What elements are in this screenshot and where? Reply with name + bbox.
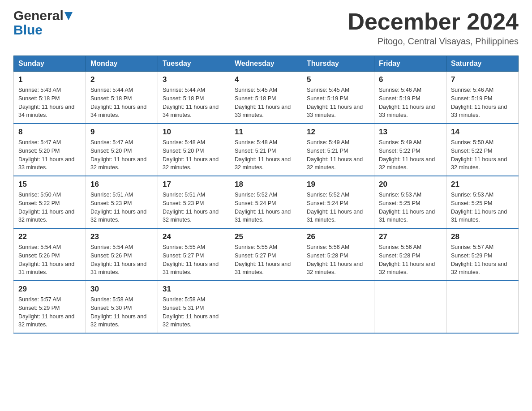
day-info: Sunrise: 5:53 AMSunset: 5:25 PMDaylight:…	[451, 191, 514, 224]
calendar-cell: 22Sunrise: 5:54 AMSunset: 5:26 PMDayligh…	[14, 228, 86, 281]
day-info: Sunrise: 5:43 AMSunset: 5:18 PMDaylight:…	[18, 86, 81, 120]
calendar-cell: 12Sunrise: 5:49 AMSunset: 5:21 PMDayligh…	[302, 124, 374, 176]
day-info: Sunrise: 5:45 AMSunset: 5:18 PMDaylight:…	[235, 86, 297, 120]
header-tuesday: Tuesday	[158, 56, 230, 72]
day-number: 29	[18, 285, 81, 294]
calendar-cell: 7Sunrise: 5:46 AMSunset: 5:19 PMDaylight…	[446, 72, 519, 124]
day-info: Sunrise: 5:51 AMSunset: 5:23 PMDaylight:…	[90, 191, 153, 224]
day-number: 3	[163, 75, 225, 84]
calendar-week-4: 22Sunrise: 5:54 AMSunset: 5:26 PMDayligh…	[14, 228, 519, 281]
calendar-week-5: 29Sunrise: 5:57 AMSunset: 5:29 PMDayligh…	[14, 281, 519, 333]
calendar-cell: 10Sunrise: 5:48 AMSunset: 5:20 PMDayligh…	[158, 124, 230, 176]
day-info: Sunrise: 5:49 AMSunset: 5:22 PMDaylight:…	[379, 138, 442, 172]
logo-arrow-icon	[64, 12, 73, 20]
calendar-cell: 23Sunrise: 5:54 AMSunset: 5:26 PMDayligh…	[86, 228, 158, 281]
calendar-cell: 4Sunrise: 5:45 AMSunset: 5:18 PMDaylight…	[230, 72, 302, 124]
day-info: Sunrise: 5:46 AMSunset: 5:19 PMDaylight:…	[379, 86, 442, 120]
calendar-cell	[230, 281, 302, 333]
day-number: 1	[18, 75, 81, 84]
calendar-cell	[446, 281, 519, 333]
calendar-cell: 6Sunrise: 5:46 AMSunset: 5:19 PMDaylight…	[374, 72, 446, 124]
calendar-cell: 15Sunrise: 5:50 AMSunset: 5:22 PMDayligh…	[14, 176, 86, 228]
day-number: 4	[235, 75, 297, 84]
day-info: Sunrise: 5:57 AMSunset: 5:29 PMDaylight:…	[18, 295, 81, 329]
calendar-cell: 14Sunrise: 5:50 AMSunset: 5:22 PMDayligh…	[446, 124, 519, 176]
day-info: Sunrise: 5:54 AMSunset: 5:26 PMDaylight:…	[18, 243, 81, 277]
calendar-cell: 31Sunrise: 5:58 AMSunset: 5:31 PMDayligh…	[158, 281, 230, 333]
header-wednesday: Wednesday	[230, 56, 302, 72]
day-number: 31	[163, 285, 225, 294]
day-info: Sunrise: 5:47 AMSunset: 5:20 PMDaylight:…	[18, 138, 81, 172]
day-number: 19	[307, 180, 369, 189]
day-number: 15	[18, 180, 81, 189]
calendar-cell: 17Sunrise: 5:51 AMSunset: 5:23 PMDayligh…	[158, 176, 230, 228]
day-number: 7	[451, 75, 514, 84]
day-info: Sunrise: 5:57 AMSunset: 5:29 PMDaylight:…	[451, 243, 514, 277]
calendar-cell: 26Sunrise: 5:56 AMSunset: 5:28 PMDayligh…	[302, 228, 374, 281]
day-info: Sunrise: 5:58 AMSunset: 5:31 PMDaylight:…	[163, 295, 225, 329]
day-info: Sunrise: 5:44 AMSunset: 5:18 PMDaylight:…	[90, 86, 153, 120]
calendar-cell: 13Sunrise: 5:49 AMSunset: 5:22 PMDayligh…	[374, 124, 446, 176]
day-number: 17	[163, 180, 225, 189]
day-info: Sunrise: 5:50 AMSunset: 5:22 PMDaylight:…	[18, 191, 81, 224]
day-number: 5	[307, 75, 369, 84]
day-info: Sunrise: 5:53 AMSunset: 5:25 PMDaylight:…	[379, 191, 442, 224]
day-number: 27	[379, 232, 442, 241]
day-number: 24	[163, 232, 225, 241]
day-info: Sunrise: 5:56 AMSunset: 5:28 PMDaylight:…	[379, 243, 442, 277]
day-number: 6	[379, 75, 442, 84]
day-info: Sunrise: 5:55 AMSunset: 5:27 PMDaylight:…	[163, 243, 225, 277]
day-info: Sunrise: 5:58 AMSunset: 5:30 PMDaylight:…	[90, 295, 153, 329]
day-number: 25	[235, 232, 297, 241]
calendar-cell: 20Sunrise: 5:53 AMSunset: 5:25 PMDayligh…	[374, 176, 446, 228]
calendar-cell: 30Sunrise: 5:58 AMSunset: 5:30 PMDayligh…	[86, 281, 158, 333]
day-info: Sunrise: 5:54 AMSunset: 5:26 PMDaylight:…	[90, 243, 153, 277]
day-number: 14	[451, 128, 514, 137]
day-info: Sunrise: 5:52 AMSunset: 5:24 PMDaylight:…	[307, 191, 369, 224]
day-info: Sunrise: 5:48 AMSunset: 5:21 PMDaylight:…	[235, 138, 297, 172]
calendar-header-row: Sunday Monday Tuesday Wednesday Thursday…	[14, 56, 519, 72]
day-number: 21	[451, 180, 514, 189]
header-monday: Monday	[86, 56, 158, 72]
day-number: 13	[379, 128, 442, 137]
calendar-cell: 11Sunrise: 5:48 AMSunset: 5:21 PMDayligh…	[230, 124, 302, 176]
day-number: 23	[90, 232, 153, 241]
calendar-cell	[374, 281, 446, 333]
calendar-cell	[302, 281, 374, 333]
day-number: 30	[90, 285, 153, 294]
calendar-week-2: 8Sunrise: 5:47 AMSunset: 5:20 PMDaylight…	[14, 124, 519, 176]
calendar-cell: 21Sunrise: 5:53 AMSunset: 5:25 PMDayligh…	[446, 176, 519, 228]
location-text: Pitogo, Central Visayas, Philippines	[348, 36, 519, 47]
calendar-cell: 9Sunrise: 5:47 AMSunset: 5:20 PMDaylight…	[86, 124, 158, 176]
day-info: Sunrise: 5:48 AMSunset: 5:20 PMDaylight:…	[163, 138, 225, 172]
day-number: 2	[90, 75, 153, 84]
calendar-cell: 29Sunrise: 5:57 AMSunset: 5:29 PMDayligh…	[14, 281, 86, 333]
day-number: 10	[163, 128, 225, 137]
calendar-cell: 8Sunrise: 5:47 AMSunset: 5:20 PMDaylight…	[14, 124, 86, 176]
day-number: 20	[379, 180, 442, 189]
header-saturday: Saturday	[446, 56, 519, 72]
day-number: 9	[90, 128, 153, 137]
logo-blue-text: Blue	[13, 22, 43, 37]
header-sunday: Sunday	[14, 56, 86, 72]
header-thursday: Thursday	[302, 56, 374, 72]
svg-marker-0	[64, 12, 73, 20]
day-info: Sunrise: 5:47 AMSunset: 5:20 PMDaylight:…	[90, 138, 153, 172]
calendar-cell: 27Sunrise: 5:56 AMSunset: 5:28 PMDayligh…	[374, 228, 446, 281]
calendar-cell: 28Sunrise: 5:57 AMSunset: 5:29 PMDayligh…	[446, 228, 519, 281]
day-info: Sunrise: 5:45 AMSunset: 5:19 PMDaylight:…	[307, 86, 369, 120]
header-friday: Friday	[374, 56, 446, 72]
day-info: Sunrise: 5:50 AMSunset: 5:22 PMDaylight:…	[451, 138, 514, 172]
day-info: Sunrise: 5:51 AMSunset: 5:23 PMDaylight:…	[163, 191, 225, 224]
page-header: General Blue December 2024 Pitogo, Centr…	[13, 9, 519, 47]
calendar-cell: 24Sunrise: 5:55 AMSunset: 5:27 PMDayligh…	[158, 228, 230, 281]
calendar-week-1: 1Sunrise: 5:43 AMSunset: 5:18 PMDaylight…	[14, 72, 519, 124]
day-number: 28	[451, 232, 514, 241]
logo-general-text: General	[13, 9, 64, 22]
day-info: Sunrise: 5:49 AMSunset: 5:21 PMDaylight:…	[307, 138, 369, 172]
calendar-week-3: 15Sunrise: 5:50 AMSunset: 5:22 PMDayligh…	[14, 176, 519, 228]
title-section: December 2024 Pitogo, Central Visayas, P…	[348, 9, 519, 47]
calendar-table: Sunday Monday Tuesday Wednesday Thursday…	[13, 56, 519, 334]
day-number: 11	[235, 128, 297, 137]
day-info: Sunrise: 5:52 AMSunset: 5:24 PMDaylight:…	[235, 191, 297, 224]
